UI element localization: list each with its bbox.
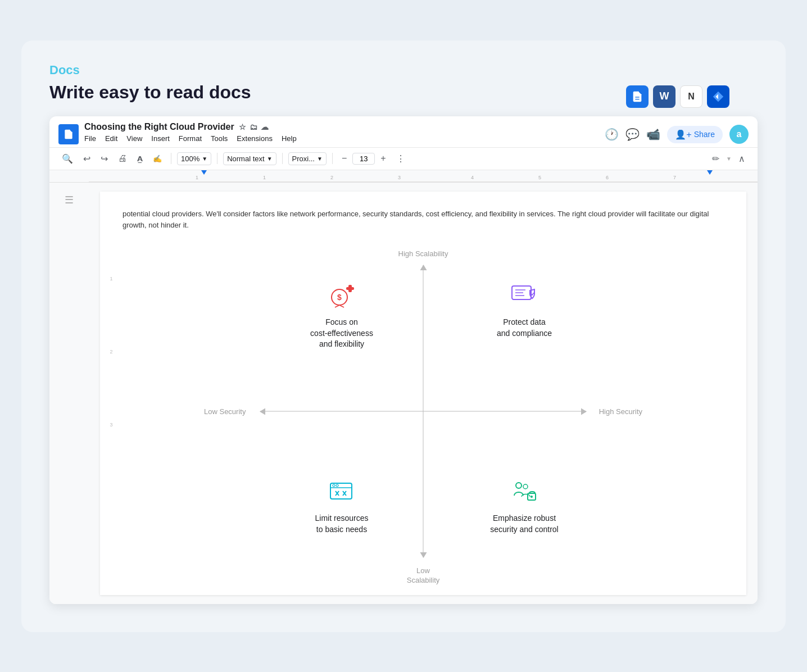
arrow-left [260, 408, 265, 415]
edit-mode-button[interactable]: ✏ [709, 151, 723, 166]
svg-point-16 [333, 484, 335, 487]
comments-icon[interactable]: 💬 [625, 128, 640, 141]
ruler-mark-7: 6 [606, 175, 609, 180]
spell-check-button[interactable]: ✍ [149, 152, 165, 165]
search-button[interactable]: 🔍 [58, 151, 76, 166]
ruler-mark-1: 1 [196, 175, 198, 180]
toolbar-separator-1 [171, 153, 171, 164]
doc-titlebar: Choosing the Right Cloud Provider ☆ 🗂 ☁ … [49, 116, 758, 148]
star-icon[interactable]: ☆ [239, 122, 246, 131]
vertical-ruler: 1 2 3 [106, 192, 117, 595]
menu-view[interactable]: View [126, 134, 142, 143]
doc-intro-text: potential cloud providers. We'll conside… [123, 208, 724, 232]
svg-point-22 [516, 483, 522, 488]
avatar: a [729, 125, 749, 144]
doc-page: 1 2 3 potential cloud providers. We'll c… [100, 192, 746, 595]
svg-line-9 [339, 305, 344, 307]
print-button[interactable]: 🖨 [115, 151, 130, 166]
menu-help[interactable]: Help [282, 134, 297, 143]
font-size-decrease[interactable]: − [338, 151, 350, 166]
share-button[interactable]: 👤+ Share [667, 126, 723, 143]
jira-icon-btn[interactable] [707, 85, 729, 108]
collapse-toolbar-button[interactable]: ∧ [735, 151, 749, 166]
vruler-1: 1 [110, 276, 112, 281]
cost-effectiveness-icon: $ [327, 282, 356, 310]
doc-window: Choosing the Right Cloud Provider ☆ 🗂 ☁ … [49, 116, 758, 604]
quadrant-item-top-left: $ Focus oncost-effectiv [294, 282, 389, 350]
ruler-mark-2: 1 [263, 175, 266, 180]
outer-card: Docs Write easy to read docs W N [21, 40, 786, 632]
font-size-increase[interactable]: + [377, 151, 389, 166]
left-margin-marker [201, 170, 207, 175]
outer-header: Docs Write easy to read docs W N [49, 63, 758, 103]
video-icon[interactable]: 📹 [646, 128, 660, 141]
text-style-select[interactable]: Normal text ▼ [223, 152, 276, 165]
toolbar-separator-3 [282, 153, 283, 164]
chevron-down-icon-2: ▼ [267, 156, 273, 162]
toolbar-separator-4 [332, 153, 333, 164]
ruler: 1 1 2 3 4 5 6 7 [49, 170, 758, 183]
ruler-mark-6: 5 [538, 175, 541, 180]
notion-icon-btn[interactable]: N [680, 85, 702, 108]
top-left-label: Focus oncost-effectivenessand flexibilit… [310, 317, 373, 350]
svg-point-17 [336, 484, 338, 487]
quadrant-chart: High Scalability Low Security High [123, 248, 724, 574]
app-title: Docs [49, 63, 758, 78]
security-control-icon [510, 478, 539, 506]
doc-menu: File Edit View Insert Format Tools Exten… [84, 132, 297, 147]
quadrant-item-bottom-left: Limit resourcesto basic needs [294, 478, 389, 535]
word-icon-btn[interactable]: W [653, 85, 675, 108]
history-icon[interactable]: 🕐 [605, 128, 619, 141]
doc-titlebar-right: 🕐 💬 📹 👤+ Share a [605, 125, 749, 144]
menu-format[interactable]: Format [179, 134, 202, 143]
menu-edit[interactable]: Edit [105, 134, 117, 143]
doc-sidebar-left: ☰ [49, 183, 89, 604]
right-margin-marker [707, 170, 713, 175]
toolbar-separator-2 [217, 153, 217, 164]
font-family-select[interactable]: Proxi... ▼ [288, 152, 327, 165]
svg-text:$: $ [337, 293, 342, 302]
quadrant-item-top-right: Protect dataand compliance [474, 282, 575, 339]
folder-icon[interactable]: 🗂 [250, 122, 257, 131]
doc-filename: Choosing the Right Cloud Provider ☆ 🗂 ☁ [84, 122, 297, 132]
svg-rect-7 [348, 285, 352, 292]
quadrant-item-bottom-right: Emphasize robustsecurity and control [474, 478, 575, 535]
doc-filename-icons: ☆ 🗂 ☁ [239, 122, 269, 131]
paint-format-button[interactable]: A̲ [134, 152, 146, 165]
low-security-label: Low Security [204, 407, 246, 416]
chevron-down-icon-3: ▼ [317, 156, 323, 162]
top-icons-group: W N [626, 85, 729, 108]
doc-titlebar-left: Choosing the Right Cloud Provider ☆ 🗂 ☁ … [58, 122, 297, 147]
limit-resources-icon [327, 478, 356, 506]
cloud-icon[interactable]: ☁ [261, 122, 269, 131]
bottom-right-label: Emphasize robustsecurity and control [490, 513, 558, 535]
zoom-select[interactable]: 100% ▼ [177, 152, 211, 165]
ruler-mark-5: 4 [471, 175, 474, 180]
font-size-input[interactable] [352, 153, 375, 165]
gdocs-icon-btn[interactable] [626, 85, 649, 108]
undo-button[interactable]: ↩ [80, 151, 94, 166]
ruler-mark-8: 7 [673, 175, 676, 180]
outline-icon[interactable]: ☰ [65, 194, 74, 206]
doc-title-info: Choosing the Right Cloud Provider ☆ 🗂 ☁ … [84, 122, 297, 147]
vruler-3: 3 [110, 422, 112, 428]
redo-button[interactable]: ↪ [97, 151, 111, 166]
doc-body: ☰ 1 2 3 potential cloud providers. We'll… [49, 183, 758, 604]
high-security-label: High Security [599, 407, 642, 416]
more-options-button[interactable]: ⋮ [393, 151, 409, 166]
svg-rect-14 [330, 483, 352, 499]
arrow-right [581, 408, 587, 415]
svg-point-25 [531, 496, 533, 498]
arrow-up [420, 265, 427, 270]
quadrant-inner: High Scalability Low Security High [260, 265, 586, 557]
arrow-down [420, 552, 427, 558]
vruler-2: 2 [110, 349, 112, 355]
top-right-label: Protect dataand compliance [497, 317, 552, 339]
doc-toolbar: 🔍 ↩ ↪ 🖨 A̲ ✍ 100% ▼ Normal text ▼ Proxi.… [49, 148, 758, 170]
menu-tools[interactable]: Tools [211, 134, 228, 143]
menu-file[interactable]: File [84, 134, 96, 143]
chevron-down-icon: ▼ [202, 156, 207, 162]
font-size-control: − + [338, 151, 389, 166]
menu-extensions[interactable]: Extensions [237, 134, 273, 143]
menu-insert[interactable]: Insert [151, 134, 170, 143]
